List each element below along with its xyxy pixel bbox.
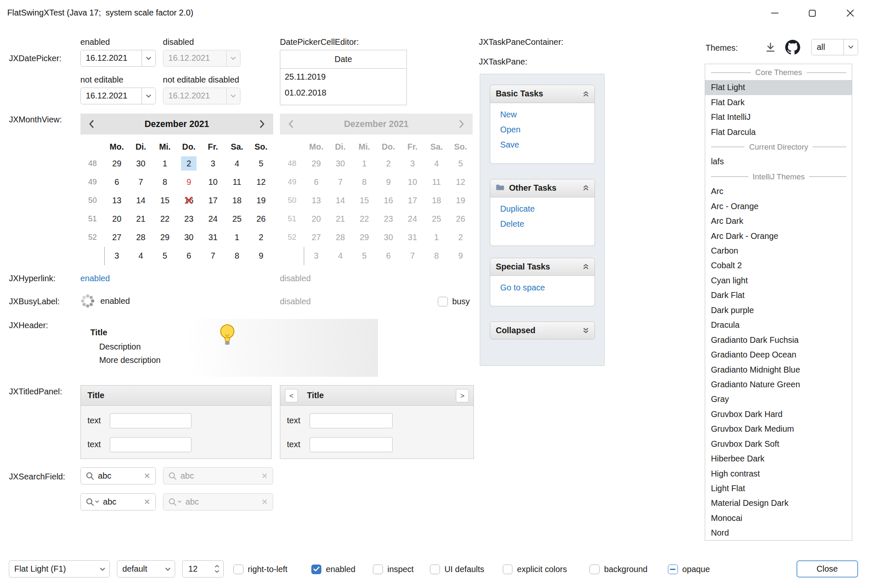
theme-list-item[interactable]: Material Design Dark xyxy=(705,496,852,510)
download-themes-icon[interactable] xyxy=(765,41,776,53)
theme-list-item[interactable]: Flat Darcula xyxy=(705,125,852,140)
laf-combobox[interactable]: Flat Light (F1) xyxy=(9,560,110,578)
style-combobox[interactable]: default xyxy=(117,560,175,578)
calendar-day[interactable]: 6 xyxy=(177,247,201,265)
calendar-day[interactable]: 7 xyxy=(201,247,225,265)
chevron-down-icon[interactable] xyxy=(843,39,857,55)
laf-combobox-value[interactable]: Flat Light (F1) xyxy=(9,564,96,574)
checkbox-box[interactable] xyxy=(233,565,243,575)
taskpane-link[interactable]: Open xyxy=(500,122,592,137)
calendar-day[interactable]: 4 xyxy=(129,247,153,265)
taskpane-header[interactable]: Other Tasks xyxy=(490,179,595,197)
theme-list-item[interactable]: Gruvbox Dark Soft xyxy=(705,437,852,451)
calendar-day[interactable]: 29 xyxy=(153,228,177,246)
search-input[interactable]: abc xyxy=(103,497,140,507)
calendar-day[interactable]: 24 xyxy=(201,210,225,228)
chevron-down-icon[interactable] xyxy=(142,50,155,66)
theme-list-item[interactable]: Flat IntelliJ xyxy=(705,110,852,124)
theme-list-item[interactable]: Gradianto Dark Fuchsia xyxy=(705,333,852,347)
calendar-day[interactable]: 1 xyxy=(225,228,249,246)
themes-filter-value[interactable]: all xyxy=(812,42,843,52)
theme-list-item[interactable]: Arc Dark - Orange xyxy=(705,229,852,243)
theme-list-item[interactable]: Gruvbox Dark Hard xyxy=(705,407,852,422)
calendar-day[interactable]: 16 xyxy=(177,191,201,210)
theme-list-item[interactable]: Arc Dark xyxy=(705,214,852,228)
close-button[interactable]: Close xyxy=(797,560,858,578)
checkbox-box[interactable] xyxy=(373,565,383,575)
theme-list-item[interactable]: Gradianto Nature Green xyxy=(705,377,852,392)
calendar-day[interactable]: 2 xyxy=(177,154,201,173)
calendar-day[interactable]: 26 xyxy=(249,210,273,228)
style-combobox-value[interactable]: default xyxy=(117,564,161,574)
taskpane-link[interactable]: Save xyxy=(500,137,592,153)
theme-list-item[interactable]: Dark purple xyxy=(705,303,852,318)
theme-list-item[interactable]: Gradianto Deep Ocean xyxy=(705,347,852,362)
collapse-chevron-icon[interactable] xyxy=(583,264,589,270)
clear-icon[interactable]: ✕ xyxy=(144,471,150,481)
collapse-chevron-icon[interactable] xyxy=(583,185,589,191)
checkbox-box[interactable] xyxy=(503,565,513,575)
chevron-down-icon[interactable] xyxy=(161,561,175,577)
calendar-day[interactable]: 13 xyxy=(105,191,129,210)
close-window-button[interactable] xyxy=(831,0,869,26)
github-icon[interactable] xyxy=(785,40,800,55)
expand-chevron-icon[interactable] xyxy=(583,327,589,334)
font-size-spinner[interactable]: 12 xyxy=(182,560,224,578)
table-cell-date[interactable]: 25.11.2019 xyxy=(280,69,406,85)
theme-list-item[interactable]: Gradianto Midnight Blue xyxy=(705,363,852,377)
theme-list-item[interactable]: Cobalt 2 xyxy=(705,258,852,273)
taskpane-header[interactable]: Basic Tasks xyxy=(490,85,595,103)
theme-list-item[interactable]: Monocai xyxy=(705,511,852,526)
theme-list-item[interactable]: Flat Dark xyxy=(705,95,852,110)
calendar-day[interactable]: 30 xyxy=(177,228,201,246)
minimize-button[interactable] xyxy=(756,0,794,26)
calendar-day[interactable]: 28 xyxy=(129,228,153,246)
checkbox-box[interactable] xyxy=(311,565,321,575)
text-input[interactable] xyxy=(110,413,192,428)
search-menu-icon[interactable] xyxy=(86,498,99,506)
calendar-day[interactable]: 9 xyxy=(177,173,201,191)
collapse-chevron-icon[interactable] xyxy=(583,91,589,97)
taskpane-link[interactable]: Delete xyxy=(500,217,592,232)
calendar-day[interactable]: 3 xyxy=(105,247,129,265)
theme-list-item[interactable]: lafs xyxy=(705,154,852,169)
maximize-button[interactable] xyxy=(794,0,831,26)
search-input[interactable]: abc xyxy=(98,471,140,481)
checkbox-explicit-colors[interactable]: explicit colors xyxy=(503,564,567,575)
checkbox-box[interactable] xyxy=(430,565,440,575)
themes-filter-combobox[interactable]: all xyxy=(811,39,858,56)
chevron-down-icon[interactable] xyxy=(142,88,155,104)
checkbox-background[interactable]: background xyxy=(590,564,647,575)
theme-list-item[interactable]: High contrast xyxy=(705,466,852,481)
taskpane-link[interactable]: Duplicate xyxy=(500,202,592,217)
search-field-enabled[interactable]: abc ✕ xyxy=(80,467,156,484)
font-size-value[interactable]: 12 xyxy=(183,564,210,574)
calendar-day[interactable]: 22 xyxy=(153,210,177,228)
theme-list-item[interactable]: Dark Flat xyxy=(705,288,852,303)
theme-list-item[interactable]: Carbon xyxy=(705,243,852,258)
theme-list-item[interactable]: Dracula xyxy=(705,318,852,332)
theme-list-item[interactable]: Nord xyxy=(705,526,852,540)
calendar-day[interactable]: 12 xyxy=(249,173,273,191)
theme-list-item[interactable]: Arc xyxy=(705,184,852,199)
calendar-day[interactable]: 27 xyxy=(105,228,129,246)
chevron-down-icon[interactable] xyxy=(96,561,109,577)
theme-list-item[interactable]: Arc - Orange xyxy=(705,199,852,214)
calendar-day[interactable]: 2 xyxy=(249,228,273,246)
theme-list-item[interactable]: Cyan light xyxy=(705,273,852,288)
checkbox-enabled[interactable]: enabled xyxy=(311,564,355,575)
calendar-day[interactable]: 25 xyxy=(225,210,249,228)
calendar-day[interactable]: 17 xyxy=(201,191,225,210)
calendar-day[interactable]: 7 xyxy=(129,173,153,191)
taskpane-header[interactable]: Collapsed xyxy=(490,321,595,340)
datepicker-enabled[interactable]: 16.12.2021 xyxy=(80,50,156,67)
calendar-day[interactable]: 5 xyxy=(249,154,273,173)
calendar-day[interactable]: 9 xyxy=(249,247,273,265)
calendar-day[interactable]: 3 xyxy=(201,154,225,173)
calendar-day[interactable]: 21 xyxy=(129,210,153,228)
text-input[interactable] xyxy=(310,413,393,428)
titled-panel-left-button[interactable]: < xyxy=(285,389,298,402)
previous-month-button[interactable] xyxy=(80,114,103,135)
calendar-day[interactable]: 5 xyxy=(153,247,177,265)
calendar-day[interactable]: 11 xyxy=(225,173,249,191)
